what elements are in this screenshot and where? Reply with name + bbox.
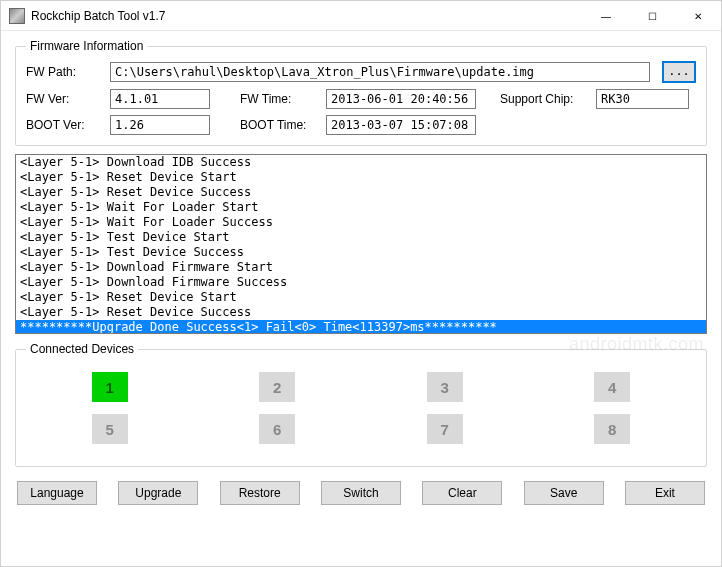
log-line[interactable]: <Layer 5-1> Download IDB Success xyxy=(16,155,706,170)
device-box-4[interactable]: 4 xyxy=(594,372,630,402)
support-chip-label: Support Chip: xyxy=(500,92,590,106)
fw-path-input[interactable] xyxy=(110,62,650,82)
language-button[interactable]: Language xyxy=(17,481,97,505)
log-line[interactable]: <Layer 5-1> Reset Device Start xyxy=(16,170,706,185)
log-line[interactable]: <Layer 5-1> Reset Device Start xyxy=(16,290,706,305)
device-slot: 6 xyxy=(194,414,362,444)
device-slot: 1 xyxy=(26,372,194,402)
fw-time-input[interactable] xyxy=(326,89,476,109)
log-line[interactable]: <Layer 5-1> Test Device Start xyxy=(16,230,706,245)
devices-grid: 12345678 xyxy=(26,364,696,456)
devices-legend: Connected Devices xyxy=(26,342,138,356)
window-controls: — ☐ ✕ xyxy=(583,1,721,30)
close-button[interactable]: ✕ xyxy=(675,1,721,31)
device-box-6[interactable]: 6 xyxy=(259,414,295,444)
boot-time-input[interactable] xyxy=(326,115,476,135)
minimize-button[interactable]: — xyxy=(583,1,629,31)
browse-button[interactable]: ... xyxy=(662,61,696,83)
device-box-1[interactable]: 1 xyxy=(92,372,128,402)
log-line-selected[interactable]: **********Upgrade Done Success<1> Fail<0… xyxy=(16,320,706,334)
maximize-button[interactable]: ☐ xyxy=(629,1,675,31)
log-line[interactable]: <Layer 5-1> Wait For Loader Start xyxy=(16,200,706,215)
log-line[interactable]: <Layer 5-1> Reset Device Success xyxy=(16,305,706,320)
switch-button[interactable]: Switch xyxy=(321,481,401,505)
restore-button[interactable]: Restore xyxy=(220,481,300,505)
upgrade-button[interactable]: Upgrade xyxy=(118,481,198,505)
titlebar: Rockchip Batch Tool v1.7 — ☐ ✕ xyxy=(1,1,721,31)
device-slot: 2 xyxy=(194,372,362,402)
fw-path-label: FW Path: xyxy=(26,65,104,79)
support-chip-input[interactable] xyxy=(596,89,689,109)
connected-devices-group: Connected Devices 12345678 xyxy=(15,342,707,467)
firmware-info-group: Firmware Information FW Path: ... FW Ver… xyxy=(15,39,707,146)
content-area: Firmware Information FW Path: ... FW Ver… xyxy=(1,31,721,515)
log-line[interactable]: <Layer 5-1> Test Device Success xyxy=(16,245,706,260)
exit-button[interactable]: Exit xyxy=(625,481,705,505)
device-box-2[interactable]: 2 xyxy=(259,372,295,402)
clear-button[interactable]: Clear xyxy=(422,481,502,505)
fw-ver-input[interactable] xyxy=(110,89,210,109)
log-output[interactable]: <Layer 5-1> Download IDB Success<Layer 5… xyxy=(15,154,707,334)
fw-ver-label: FW Ver: xyxy=(26,92,104,106)
log-line[interactable]: <Layer 5-1> Reset Device Success xyxy=(16,185,706,200)
app-icon xyxy=(9,8,25,24)
firmware-legend: Firmware Information xyxy=(26,39,147,53)
device-box-7[interactable]: 7 xyxy=(427,414,463,444)
device-slot: 3 xyxy=(361,372,529,402)
action-button-row: Language Upgrade Restore Switch Clear Sa… xyxy=(15,475,707,505)
device-slot: 4 xyxy=(529,372,697,402)
save-button[interactable]: Save xyxy=(524,481,604,505)
device-box-5[interactable]: 5 xyxy=(92,414,128,444)
boot-ver-input[interactable] xyxy=(110,115,210,135)
window-title: Rockchip Batch Tool v1.7 xyxy=(31,9,583,23)
device-box-8[interactable]: 8 xyxy=(594,414,630,444)
device-slot: 7 xyxy=(361,414,529,444)
fw-time-label: FW Time: xyxy=(240,92,320,106)
boot-time-label: BOOT Time: xyxy=(240,118,320,132)
device-slot: 5 xyxy=(26,414,194,444)
device-slot: 8 xyxy=(529,414,697,444)
boot-ver-label: BOOT Ver: xyxy=(26,118,104,132)
device-box-3[interactable]: 3 xyxy=(427,372,463,402)
log-line[interactable]: <Layer 5-1> Wait For Loader Success xyxy=(16,215,706,230)
log-line[interactable]: <Layer 5-1> Download Firmware Success xyxy=(16,275,706,290)
log-line[interactable]: <Layer 5-1> Download Firmware Start xyxy=(16,260,706,275)
